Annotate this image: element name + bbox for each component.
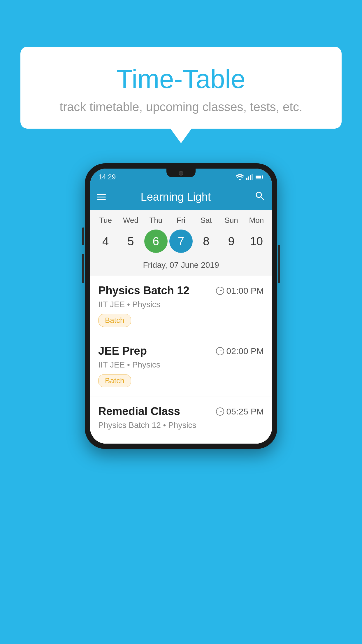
class-item-remedial[interactable]: Remedial Class 05:25 PM Physics Batch 12… — [90, 396, 272, 444]
day-tue: Tue — [94, 216, 117, 225]
date-10[interactable]: 10 — [245, 230, 268, 253]
phone-vol-down — [82, 254, 84, 283]
day-wed: Wed — [119, 216, 142, 225]
search-icon — [254, 190, 265, 201]
phone-mockup: 14:29 — [85, 163, 277, 449]
date-5[interactable]: 5 — [119, 230, 142, 253]
class-time-text-3: 05:25 PM — [226, 407, 264, 416]
phone-camera — [179, 171, 183, 176]
date-4[interactable]: 4 — [94, 230, 117, 253]
class-time-3: 05:25 PM — [216, 407, 264, 416]
phone-screen: 14:29 — [90, 169, 272, 444]
clock-icon-1 — [216, 287, 224, 295]
day-thu: Thu — [144, 216, 168, 225]
phone-outer: 14:29 — [85, 163, 277, 449]
signal-icon — [246, 174, 253, 180]
svg-line-8 — [261, 197, 264, 200]
batch-badge-2: Batch — [98, 374, 131, 387]
class-item-header-2: JEE Prep 02:00 PM — [98, 345, 264, 357]
status-icons — [236, 174, 264, 180]
class-item-header-3: Remedial Class 05:25 PM — [98, 405, 264, 418]
clock-icon-3 — [216, 407, 224, 416]
class-name-2: JEE Prep — [98, 345, 147, 357]
class-time-text-2: 02:00 PM — [226, 346, 264, 356]
class-name-1: Physics Batch 12 — [98, 284, 189, 297]
class-time-text-1: 01:00 PM — [226, 286, 264, 296]
svg-rect-0 — [246, 178, 247, 180]
battery-icon — [255, 174, 264, 180]
day-sun: Sun — [220, 216, 243, 225]
date-6-today[interactable]: 6 — [144, 230, 168, 253]
class-list: Physics Batch 12 01:00 PM IIT JEE • Phys… — [90, 276, 272, 444]
page-subtitle: track timetable, upcoming classes, tests… — [32, 100, 330, 114]
class-subject-3: Physics Batch 12 • Physics — [98, 421, 264, 430]
calendar-dates: 4 5 6 7 8 9 10 — [90, 227, 272, 258]
phone-power-btn — [278, 245, 280, 283]
date-7-selected[interactable]: 7 — [169, 230, 193, 253]
header-card: Time-Table track timetable, upcoming cla… — [20, 47, 342, 129]
day-mon: Mon — [245, 216, 268, 225]
class-subject-2: IIT JEE • Physics — [98, 360, 264, 370]
class-item-physics-batch-12[interactable]: Physics Batch 12 01:00 PM IIT JEE • Phys… — [90, 276, 272, 336]
app-bar-title: Learning Light — [97, 191, 254, 203]
calendar-section: Tue Wed Thu Fri Sat Sun Mon 4 5 6 7 8 9 … — [90, 210, 272, 276]
svg-rect-1 — [248, 176, 249, 180]
class-item-header-1: Physics Batch 12 01:00 PM — [98, 284, 264, 297]
svg-rect-6 — [256, 176, 261, 178]
class-time-1: 01:00 PM — [216, 286, 264, 296]
app-bar: Learning Light — [90, 184, 272, 210]
date-8[interactable]: 8 — [194, 230, 218, 253]
day-sat: Sat — [194, 216, 218, 225]
class-time-2: 02:00 PM — [216, 346, 264, 356]
day-fri: Fri — [169, 216, 193, 225]
date-9[interactable]: 9 — [220, 230, 243, 253]
clock-icon-2 — [216, 347, 224, 355]
svg-rect-2 — [250, 175, 251, 180]
batch-badge-1: Batch — [98, 314, 131, 327]
calendar-days-header: Tue Wed Thu Fri Sat Sun Mon — [90, 210, 272, 227]
svg-rect-5 — [262, 176, 263, 178]
phone-vol-up — [82, 228, 84, 245]
class-item-jee-prep[interactable]: JEE Prep 02:00 PM IIT JEE • Physics Batc… — [90, 336, 272, 396]
svg-rect-3 — [252, 174, 253, 180]
class-name-3: Remedial Class — [98, 405, 180, 418]
status-time: 14:29 — [98, 173, 116, 181]
page-title: Time-Table — [32, 64, 330, 94]
speech-bubble: Time-Table track timetable, upcoming cla… — [20, 47, 342, 129]
class-subject-1: IIT JEE • Physics — [98, 300, 264, 309]
wifi-icon — [236, 174, 244, 180]
search-button[interactable] — [254, 190, 265, 203]
selected-date-label: Friday, 07 June 2019 — [90, 258, 272, 276]
